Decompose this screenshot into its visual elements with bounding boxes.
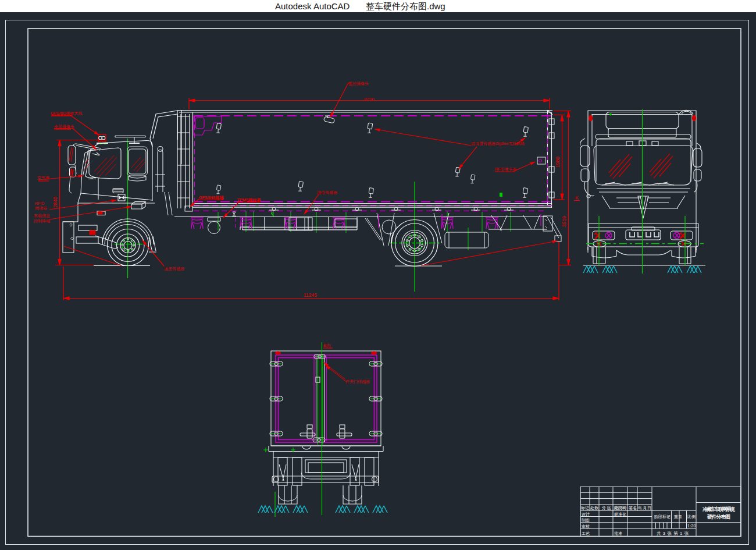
svg-text:监控摄像头: 监控摄像头 (348, 81, 369, 86)
svg-text:处数: 处数 (590, 506, 599, 510)
svg-text:签名: 签名 (629, 506, 637, 510)
svg-text:标准化: 标准化 (614, 512, 626, 517)
svg-text:2840: 2840 (52, 197, 58, 208)
svg-text:冷藏车车联网系统: 冷藏车车联网系统 (702, 506, 736, 512)
svg-text:阅读器: 阅读器 (35, 206, 47, 211)
svg-text:车载信息: 车载信息 (34, 214, 50, 218)
svg-text:K: K (575, 195, 579, 201)
svg-text:共 3 张 第 1 张: 共 3 张 第 1 张 (657, 531, 689, 536)
svg-text:11245: 11245 (304, 292, 317, 298)
svg-text:1:20: 1:20 (687, 523, 696, 528)
svg-text:审核: 审核 (582, 524, 590, 529)
svg-text:温湿度传感器ZigBee无线网络: 温湿度传感器ZigBee无线网络 (471, 141, 525, 146)
svg-text:GPS/INS终端: GPS/INS终端 (199, 196, 223, 200)
svg-text:工艺: 工艺 (582, 531, 590, 535)
svg-text:重量: 重量 (674, 514, 682, 519)
svg-text:TPMS接收器: TPMS接收器 (237, 198, 261, 203)
svg-text:阶段标记: 阶段标记 (654, 514, 671, 519)
svg-text:设计: 设计 (582, 512, 590, 516)
svg-text:1980: 1980 (555, 157, 561, 168)
svg-text:全景摄像头: 全景摄像头 (54, 125, 74, 129)
svg-text:批准: 批准 (614, 531, 622, 536)
svg-text:3519: 3519 (561, 216, 567, 227)
svg-text:年、月、日: 年、月、日 (638, 506, 651, 510)
svg-text:标记: 标记 (580, 506, 589, 510)
svg-text:RFID: RFID (35, 201, 44, 205)
svg-text:GPS/BD接收天线: GPS/BD接收天线 (51, 111, 82, 116)
svg-text:RFID读卡器: RFID读卡器 (495, 167, 516, 172)
svg-text:B向: B向 (323, 343, 331, 348)
svg-text:控制终端: 控制终端 (34, 219, 50, 223)
svg-text:硬件分布图: 硬件分布图 (707, 514, 730, 520)
svg-text:油位传感器: 油位传感器 (317, 190, 337, 195)
svg-text:空气囊: 空气囊 (37, 176, 49, 180)
svg-text:开关门传感器: 开关门传感器 (345, 379, 370, 384)
svg-text:油压传感器: 油压传感器 (164, 267, 184, 271)
svg-text:分 区: 分 区 (601, 506, 611, 510)
svg-text:制图: 制图 (581, 518, 590, 523)
svg-text:比例: 比例 (687, 514, 696, 519)
svg-text:更改文件号: 更改文件号 (614, 505, 627, 510)
svg-text:8200: 8200 (364, 97, 375, 102)
